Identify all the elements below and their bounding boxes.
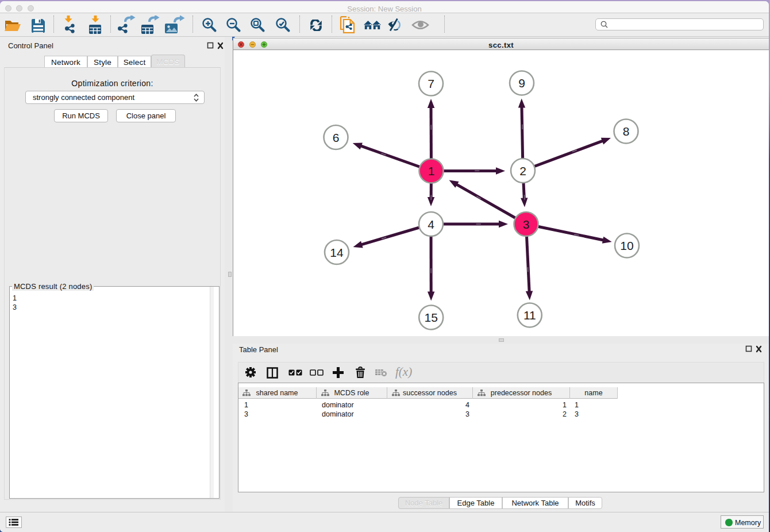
- svg-text:11: 11: [523, 309, 536, 322]
- svg-text:10: 10: [620, 239, 633, 252]
- svg-text:6: 6: [333, 131, 340, 144]
- svg-text:8: 8: [623, 125, 630, 138]
- svg-text:1: 1: [428, 164, 435, 178]
- svg-text:2: 2: [519, 164, 526, 178]
- svg-text:4: 4: [428, 218, 434, 231]
- svg-text:14: 14: [330, 246, 344, 259]
- svg-text:9: 9: [518, 76, 525, 90]
- svg-text:15: 15: [425, 311, 438, 324]
- svg-text:3: 3: [523, 218, 530, 231]
- svg-text:7: 7: [428, 77, 434, 90]
